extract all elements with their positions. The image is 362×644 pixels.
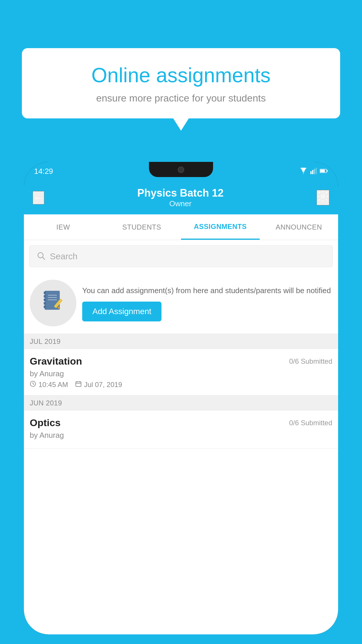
speech-bubble-title: Online assignments [39,64,323,87]
svg-rect-5 [327,170,328,172]
assignment-date-item: Jul 07, 2019 [75,381,122,389]
header-center: Physics Batch 12 Owner [137,187,224,208]
speech-bubble: Online assignments ensure more practice … [22,48,340,118]
svg-rect-2 [314,169,315,174]
assignment-by-optics: by Anurag [30,431,332,440]
assignment-title-gravitation: Gravitation [30,356,82,367]
assignment-submitted-gravitation: 0/6 Submitted [289,357,332,365]
promo-text-area: You can add assignment(s) from here and … [82,285,332,321]
header-subtitle: Owner [137,199,224,208]
svg-rect-1 [312,170,313,174]
svg-rect-15 [44,306,46,308]
assignment-top-row: Gravitation 0/6 Submitted [30,356,332,367]
speech-bubble-subtitle: ensure more practice for your students [39,92,323,104]
search-input-label: Search [50,251,78,261]
notebook-icon [42,289,64,317]
svg-rect-3 [316,168,317,174]
assignment-title-optics: Optics [30,417,61,428]
svg-rect-10 [45,291,60,310]
assignment-item-optics[interactable]: Optics 0/6 Submitted by Anurag [24,411,338,449]
wifi-icon [299,168,307,175]
svg-rect-24 [76,382,81,386]
assignment-time: 10:45 AM [38,381,68,389]
svg-rect-14 [44,302,46,304]
assignment-submitted-optics: 0/6 Submitted [289,419,332,427]
phone-screen: Search [24,240,338,634]
svg-rect-11 [44,292,46,294]
assignment-promo: You can add assignment(s) from here and … [24,272,338,334]
assignment-meta-gravitation: 10:45 AM Jul 07, 2019 [30,381,332,389]
signal-icon [310,168,317,175]
add-assignment-button[interactable]: Add Assignment [82,302,161,321]
svg-point-8 [38,253,43,258]
clock-icon [30,381,36,389]
assignment-by-gravitation: by Anurag [30,369,332,378]
front-camera [178,167,184,173]
search-bar[interactable]: Search [29,245,333,267]
assignment-top-row-optics: Optics 0/6 Submitted [30,417,332,428]
svg-line-9 [43,257,45,260]
app-header: ← Physics Batch 12 Owner [24,181,338,214]
svg-rect-0 [310,171,312,174]
search-icon [37,251,45,261]
header-title: Physics Batch 12 [137,187,224,199]
tabs: IEW STUDENTS ASSIGNMENTS ANNOUNCEN [24,214,338,240]
svg-line-23 [33,384,34,384]
battery-icon [320,169,328,174]
calendar-icon [75,381,82,389]
promo-description: You can add assignment(s) from here and … [82,285,332,296]
svg-rect-13 [44,299,46,301]
assignment-date: Jul 07, 2019 [84,381,122,389]
section-header-jun: JUN 2019 [24,396,338,411]
phone-notch [149,162,213,177]
tab-assignments[interactable]: ASSIGNMENTS [181,214,260,240]
status-time: 14:29 [34,167,53,176]
assignment-time-item: 10:45 AM [30,381,68,389]
speech-bubble-container: Online assignments ensure more practice … [22,48,340,118]
section-header-jul: JUL 2019 [24,334,338,349]
back-button[interactable]: ← [33,191,44,204]
svg-point-7 [321,195,324,198]
status-icons [299,168,328,175]
promo-icon-circle [30,280,76,326]
tab-announcements[interactable]: ANNOUNCEN [260,214,338,240]
tab-view[interactable]: IEW [24,214,103,240]
phone-frame: 14:29 [24,162,338,634]
svg-rect-6 [320,169,325,172]
settings-button[interactable] [317,190,329,205]
svg-rect-12 [44,295,46,298]
tab-students[interactable]: STUDENTS [103,214,181,240]
assignment-item-gravitation[interactable]: Gravitation 0/6 Submitted by Anurag 10:4… [24,349,338,396]
